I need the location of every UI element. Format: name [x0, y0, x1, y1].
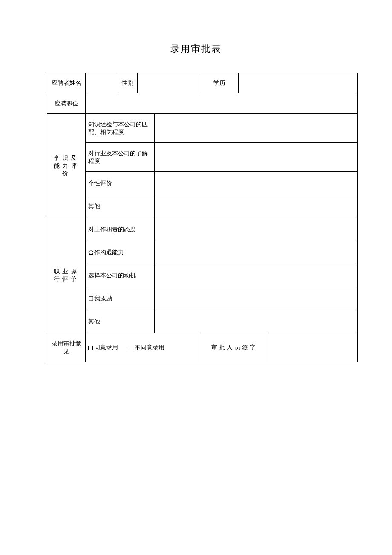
agree-text: 同意录用: [94, 344, 118, 351]
approval-options: 同意录用 不同意录用: [86, 333, 200, 362]
education-value: [239, 73, 358, 93]
education-label: 学历: [200, 73, 239, 93]
section1-value-0: [155, 114, 358, 143]
section1-value-1: [155, 143, 358, 172]
gender-label: 性别: [118, 73, 138, 93]
name-value: [86, 73, 118, 93]
section1-header: 学识及能力评价: [47, 114, 86, 218]
position-value: [86, 93, 358, 114]
section2-value-3: [155, 287, 358, 310]
section1-item-3: 其他: [86, 195, 155, 218]
section1-item-2: 个性评价: [86, 172, 155, 195]
approval-form-table: 应聘者姓名 性别 学历 应聘职位 学识及能力评价 知识经验与本公司的匹配、相关程…: [47, 73, 358, 362]
section1-item-1: 对行业及本公司的了解程度: [86, 143, 155, 172]
section2-value-1: [155, 241, 358, 264]
section2-item-4: 其他: [86, 310, 155, 333]
section1-value-3: [155, 195, 358, 218]
form-title: 录用审批表: [47, 43, 345, 55]
checkbox-disagree-icon[interactable]: [129, 346, 133, 350]
signer-value: [268, 333, 358, 362]
disagree-text: 不同意录用: [135, 344, 164, 351]
section2-value-2: [155, 264, 358, 287]
section2-item-2: 选择本公司的动机: [86, 264, 155, 287]
gender-value: [138, 73, 200, 93]
section2-item-3: 自我激励: [86, 287, 155, 310]
section1-item-0: 知识经验与本公司的匹配、相关程度: [86, 114, 155, 143]
name-label: 应聘者姓名: [47, 73, 86, 93]
signer-label: 审批人员签字: [200, 333, 268, 362]
section2-item-0: 对工作职责的态度: [86, 218, 155, 241]
section1-value-2: [155, 172, 358, 195]
section2-value-4: [155, 310, 358, 333]
checkbox-agree-icon[interactable]: [88, 346, 93, 350]
section2-item-1: 合作沟通能力: [86, 241, 155, 264]
section2-header: 职业操行评价: [47, 218, 86, 333]
approval-label: 录用审批意见: [47, 333, 86, 362]
section2-value-0: [155, 218, 358, 241]
position-label: 应聘职位: [47, 93, 86, 114]
